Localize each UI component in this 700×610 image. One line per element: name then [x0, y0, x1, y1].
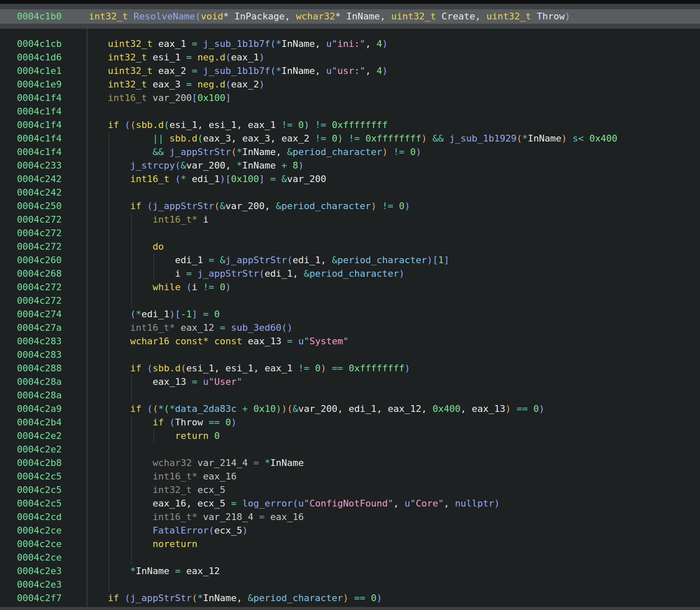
- line-address[interactable]: 0004c2c5: [17, 470, 62, 483]
- line-code[interactable]: int16_t* eax_16: [153, 470, 237, 483]
- line-address[interactable]: 0004c1e9: [17, 78, 62, 91]
- code-line[interactable]: 0004c268i = j_appStrStr(edi_1, &period_c…: [0, 267, 700, 280]
- line-address[interactable]: 0004c272: [17, 213, 62, 226]
- function-prototype[interactable]: int32_t ResolveName(void* InPackage, wch…: [89, 9, 570, 24]
- line-address[interactable]: 0004c283: [17, 348, 62, 362]
- code-line[interactable]: 0004c1f4if ((sbb.d(esi_1, esi_1, eax_1 !…: [0, 118, 700, 132]
- code-line[interactable]: 0004c2ce: [0, 551, 700, 564]
- code-line[interactable]: 0004c1f4|| sbb.d(eax_3, eax_3, eax_2 != …: [0, 132, 700, 145]
- code-line[interactable]: 0004c1f4&& j_appStrStr(*InName, &period_…: [0, 145, 700, 159]
- line-address[interactable]: 0004c1d6: [17, 51, 62, 64]
- line-code[interactable]: if (Throw == 0): [153, 416, 237, 429]
- code-line[interactable]: 0004c2a9if ((*(*data_2da83c + 0x10))(&va…: [0, 402, 700, 416]
- line-code[interactable]: uint32_t eax_2 = j_sub_1b1b7f(*InName, u…: [108, 64, 388, 78]
- line-code[interactable]: do: [153, 240, 164, 253]
- line-code[interactable]: uint32_t eax_1 = j_sub_1b1b7f(*InName, u…: [108, 37, 388, 51]
- line-address[interactable]: 0004c268: [17, 267, 62, 280]
- line-code[interactable]: if (j_appStrStr(&var_200, &period_charac…: [130, 199, 410, 213]
- line-address[interactable]: 0004c1f4: [17, 132, 62, 145]
- code-line[interactable]: 0004c1d6int32_t esi_1 = neg.d(eax_1): [0, 51, 700, 64]
- line-code[interactable]: edi_1 = &j_appStrStr(edi_1, &period_char…: [175, 253, 449, 267]
- code-line[interactable]: 0004c283wchar16 const* const eax_13 = u"…: [0, 335, 700, 348]
- line-address[interactable]: 0004c2f7: [17, 591, 62, 605]
- line-code[interactable]: while (i != 0): [153, 280, 231, 294]
- line-address[interactable]: 0004c274: [17, 308, 62, 321]
- code-line[interactable]: 0004c1f4int16_t var_200[0x100]: [0, 91, 700, 105]
- line-address[interactable]: 0004c2ce: [17, 537, 62, 551]
- line-address[interactable]: 0004c1f4: [17, 145, 62, 159]
- line-code[interactable]: int16_t var_200[0x100]: [108, 91, 231, 105]
- line-code[interactable]: if (sbb.d(esi_1, esi_1, eax_1 != 0) == 0…: [130, 362, 410, 375]
- line-address[interactable]: 0004c2e3: [17, 564, 62, 578]
- line-address[interactable]: 0004c2e2: [17, 429, 62, 443]
- code-line[interactable]: 0004c2c5int32_t ecx_5: [0, 483, 700, 497]
- code-line[interactable]: 0004c2e2: [0, 443, 700, 456]
- code-line[interactable]: 0004c274(*edi_1)[-1] = 0: [0, 308, 700, 321]
- line-address[interactable]: 0004c1f4: [17, 105, 62, 118]
- line-code[interactable]: int32_t eax_3 = neg.d(eax_2): [108, 78, 265, 91]
- line-address[interactable]: 0004c250: [17, 199, 62, 213]
- line-code[interactable]: *InName = eax_12: [130, 564, 220, 578]
- line-code[interactable]: eax_13 = u"User": [153, 375, 242, 389]
- code-line[interactable]: 0004c2c5int16_t* eax_16: [0, 470, 700, 483]
- code-line[interactable]: 0004c272while (i != 0): [0, 280, 700, 294]
- code-line[interactable]: 0004c2ceFatalError(ecx_5): [0, 524, 700, 537]
- code-line[interactable]: 0004c272: [0, 294, 700, 308]
- line-code[interactable]: int16_t (* edi_1)[0x100] = &var_200: [130, 172, 326, 186]
- line-address[interactable]: 0004c2b4: [17, 416, 62, 429]
- line-code[interactable]: if ((sbb.d(esi_1, esi_1, eax_1 != 0) != …: [108, 118, 388, 132]
- code-line[interactable]: 0004c27aint16_t* eax_12 = sub_3ed60(): [0, 321, 700, 335]
- code-line[interactable]: 0004c272: [0, 226, 700, 240]
- code-line[interactable]: 0004c242int16_t (* edi_1)[0x100] = &var_…: [0, 172, 700, 186]
- function-address[interactable]: 0004c1b0: [17, 9, 62, 24]
- code-line[interactable]: 0004c28aeax_13 = u"User": [0, 375, 700, 389]
- line-code[interactable]: return 0: [175, 429, 220, 443]
- code-line[interactable]: 0004c1e1uint32_t eax_2 = j_sub_1b1b7f(*I…: [0, 64, 700, 78]
- code-line[interactable]: 0004c28a: [0, 389, 700, 402]
- line-address[interactable]: 0004c28a: [17, 375, 62, 389]
- code-line[interactable]: 0004c260edi_1 = &j_appStrStr(edi_1, &per…: [0, 253, 700, 267]
- line-address[interactable]: 0004c242: [17, 172, 62, 186]
- line-code[interactable]: int16_t* i: [153, 213, 208, 226]
- line-code[interactable]: wchar16 const* const eax_13 = u"System": [130, 335, 349, 348]
- line-code[interactable]: && j_appStrStr(*InName, &period_characte…: [153, 145, 421, 159]
- line-address[interactable]: 0004c233: [17, 159, 62, 172]
- code-area[interactable]: 0004c1cbuint32_t eax_1 = j_sub_1b1b7f(*I…: [0, 29, 700, 605]
- line-address[interactable]: 0004c2ce: [17, 524, 62, 537]
- code-line[interactable]: 0004c283: [0, 348, 700, 362]
- code-line[interactable]: 0004c272int16_t* i: [0, 213, 700, 226]
- line-code[interactable]: i = j_appStrStr(edi_1, &period_character…: [175, 267, 405, 280]
- line-address[interactable]: 0004c2ce: [17, 551, 62, 564]
- line-code[interactable]: int32_t ecx_5: [153, 483, 225, 497]
- line-address[interactable]: 0004c2cd: [17, 510, 62, 524]
- code-line[interactable]: 0004c288if (sbb.d(esi_1, esi_1, eax_1 !=…: [0, 362, 700, 375]
- line-code[interactable]: if (j_appStrStr(*InName, &period_charact…: [108, 591, 382, 605]
- line-code[interactable]: || sbb.d(eax_3, eax_3, eax_2 != 0) != 0x…: [153, 132, 618, 145]
- line-address[interactable]: 0004c242: [17, 186, 62, 199]
- line-code[interactable]: int16_t* var_218_4 = eax_16: [153, 510, 304, 524]
- code-line[interactable]: 0004c2b8wchar32 var_214_4 = *InName: [0, 456, 700, 470]
- line-code[interactable]: int16_t* eax_12 = sub_3ed60(): [130, 321, 293, 335]
- line-address[interactable]: 0004c2c5: [17, 497, 62, 510]
- code-line[interactable]: 0004c233j_strcpy(&var_200, *InName + 8): [0, 159, 700, 172]
- line-address[interactable]: 0004c2a9: [17, 402, 62, 416]
- line-code[interactable]: (*edi_1)[-1] = 0: [130, 308, 220, 321]
- line-address[interactable]: 0004c272: [17, 240, 62, 253]
- line-address[interactable]: 0004c2e2: [17, 443, 62, 456]
- line-address[interactable]: 0004c27a: [17, 321, 62, 335]
- code-line[interactable]: 0004c2e3: [0, 578, 700, 591]
- code-line[interactable]: 0004c2e2return 0: [0, 429, 700, 443]
- line-address[interactable]: 0004c272: [17, 294, 62, 308]
- line-code[interactable]: FatalError(ecx_5): [153, 524, 248, 537]
- line-address[interactable]: 0004c1f4: [17, 118, 62, 132]
- line-address[interactable]: 0004c1cb: [17, 37, 62, 51]
- line-address[interactable]: 0004c1e1: [17, 64, 62, 78]
- line-address[interactable]: 0004c288: [17, 362, 62, 375]
- code-line[interactable]: 0004c2c5eax_16, ecx_5 = log_error(u"Conf…: [0, 497, 700, 510]
- line-address[interactable]: 0004c2b8: [17, 456, 62, 470]
- code-line[interactable]: 0004c2b4if (Throw == 0): [0, 416, 700, 429]
- line-address[interactable]: 0004c272: [17, 280, 62, 294]
- line-address[interactable]: 0004c2e3: [17, 578, 62, 591]
- line-address[interactable]: 0004c1f4: [17, 91, 62, 105]
- line-code[interactable]: j_strcpy(&var_200, *InName + 8): [130, 159, 304, 172]
